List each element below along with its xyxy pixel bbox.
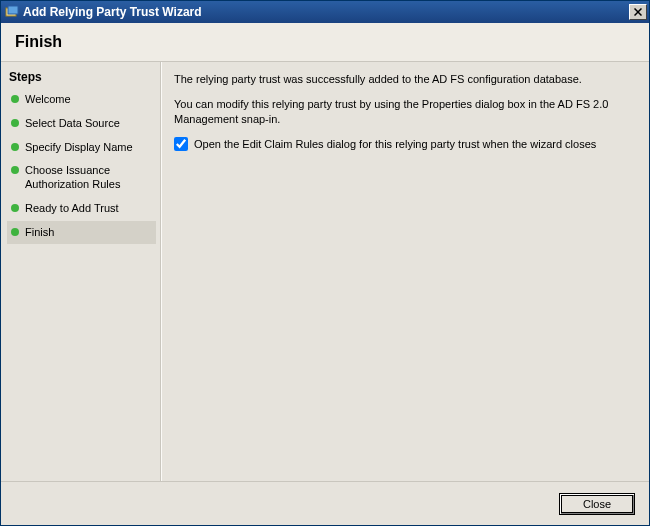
bullet-icon xyxy=(11,166,19,174)
bullet-icon xyxy=(11,228,19,236)
page-title: Finish xyxy=(15,33,635,51)
step-welcome[interactable]: Welcome xyxy=(7,88,156,112)
step-label: Specify Display Name xyxy=(25,141,133,155)
titlebar: Add Relying Party Trust Wizard xyxy=(1,1,649,23)
window-close-button[interactable] xyxy=(629,4,647,20)
body-area: Steps Welcome Select Data Source Specify… xyxy=(1,62,649,481)
sidebar: Steps Welcome Select Data Source Specify… xyxy=(1,62,161,481)
step-label: Welcome xyxy=(25,93,71,107)
step-select-data-source[interactable]: Select Data Source xyxy=(7,112,156,136)
svg-rect-1 xyxy=(8,6,18,14)
close-button[interactable]: Close xyxy=(559,493,635,515)
close-icon xyxy=(634,7,642,18)
bullet-icon xyxy=(11,95,19,103)
bullet-icon xyxy=(11,204,19,212)
success-message: The relying party trust was successfully… xyxy=(174,72,637,87)
wizard-window: Add Relying Party Trust Wizard Finish St… xyxy=(0,0,650,526)
step-label: Ready to Add Trust xyxy=(25,202,119,216)
step-ready-to-add-trust[interactable]: Ready to Add Trust xyxy=(7,197,156,221)
sidebar-heading: Steps xyxy=(7,68,156,88)
step-specify-display-name[interactable]: Specify Display Name xyxy=(7,136,156,160)
content-area: The relying party trust was successfully… xyxy=(161,62,649,481)
step-label: Select Data Source xyxy=(25,117,120,131)
bullet-icon xyxy=(11,119,19,127)
step-finish[interactable]: Finish xyxy=(7,221,156,245)
footer: Close xyxy=(1,481,649,525)
modify-hint: You can modify this relying party trust … xyxy=(174,97,637,127)
step-label: Choose Issuance Authorization Rules xyxy=(25,164,152,192)
checkbox-row: Open the Edit Claim Rules dialog for thi… xyxy=(174,137,637,152)
open-edit-claim-rules-checkbox[interactable] xyxy=(174,137,188,151)
app-icon xyxy=(5,5,19,19)
step-choose-issuance-auth-rules[interactable]: Choose Issuance Authorization Rules xyxy=(7,159,156,197)
bullet-icon xyxy=(11,143,19,151)
step-label: Finish xyxy=(25,226,54,240)
window-title: Add Relying Party Trust Wizard xyxy=(23,5,629,19)
header-area: Finish xyxy=(1,23,649,62)
content-text: The relying party trust was successfully… xyxy=(174,72,637,151)
checkbox-label: Open the Edit Claim Rules dialog for thi… xyxy=(194,137,596,152)
